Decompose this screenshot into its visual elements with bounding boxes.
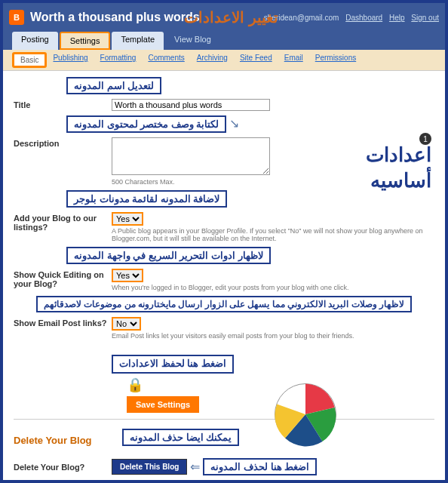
- title-label: Title: [14, 99, 112, 109]
- tab-viewblog[interactable]: View Blog: [165, 32, 220, 50]
- subtab-comments[interactable]: Comments: [142, 52, 190, 68]
- quickedit-hint: When you're logged in to Blogger, edit y…: [112, 284, 434, 291]
- quickedit-select[interactable]: Yes: [112, 269, 143, 282]
- dashboard-link[interactable]: Dashboard: [345, 14, 382, 22]
- subtab-sitefeed[interactable]: Site Feed: [234, 52, 278, 68]
- delete-section-header: Delete Your Blog: [14, 435, 92, 446]
- annotation-delete-button: اضغط هنا لحذف المدونه: [203, 458, 317, 475]
- tab-template[interactable]: Template: [112, 32, 164, 50]
- save-settings-button[interactable]: Save Settings: [127, 396, 199, 413]
- blogger-logo-icon: B: [9, 10, 24, 25]
- sub-tabs: Basic Publishing Formatting Comments Arc…: [3, 50, 445, 71]
- emaillinks-hint: Email Post links let your visitors easil…: [112, 332, 434, 340]
- subtab-email[interactable]: Email: [278, 52, 309, 68]
- overlay-title-arabic: تغيير الاعدادات: [184, 8, 278, 26]
- subtab-basic[interactable]: Basic: [12, 52, 47, 68]
- annotation-emaillinks: لاظهار وصلات البريد الالكتروني مما يسهل …: [36, 296, 412, 312]
- top-bar: B Worth a thousand plus words تغيير الاع…: [3, 3, 445, 32]
- listing-hint: A Public blog appears in your Blogger Pr…: [112, 227, 434, 242]
- tab-settings[interactable]: Settings: [60, 32, 111, 50]
- subtab-archiving[interactable]: Archiving: [191, 52, 234, 68]
- description-label: Description: [14, 137, 112, 148]
- top-links: sheridean@gmail.com Dashboard Help Sign …: [264, 14, 439, 22]
- arrow-icon: ⇐: [190, 460, 200, 474]
- svg-point-1: [286, 391, 305, 405]
- tab-posting[interactable]: Posting: [12, 32, 58, 50]
- listing-select[interactable]: Yes: [112, 212, 143, 226]
- annotation-save: اضغط هنا لحفظ الاعدادات: [112, 355, 234, 374]
- main-tabs: Posting Settings Template View Blog: [3, 32, 445, 50]
- description-textarea[interactable]: [112, 137, 270, 175]
- delete-question-label: Delete Your Blog?: [14, 461, 112, 472]
- quickedit-label: Show Quick Editing on your Blog?: [14, 269, 112, 288]
- arrow-icon: ↘: [229, 117, 239, 130]
- annotation-listing: لاضافة المدونه لقائمة مدونات بلوجر: [66, 190, 227, 208]
- subtab-permissions[interactable]: Permissions: [309, 52, 362, 68]
- subtab-formatting[interactable]: Formatting: [94, 52, 143, 68]
- annotation-delete-section: يمكنك ايضا حذف المدونه: [122, 429, 240, 446]
- emaillinks-label: Show Email Post links?: [14, 317, 112, 328]
- content-area: 1 اعدادات أساسيه لتعديل اسم المدونه Titl…: [3, 71, 445, 483]
- listing-label: Add your Blog to our listings?: [14, 212, 112, 232]
- site-title: Worth a thousand plus words: [30, 11, 200, 24]
- signout-link[interactable]: Sign out: [411, 14, 439, 22]
- title-input[interactable]: [112, 99, 270, 111]
- subtab-publishing[interactable]: Publishing: [47, 52, 94, 68]
- emaillinks-select[interactable]: No: [112, 317, 141, 331]
- annotation-quickedit: لاظهار ادوات التحرير السريع في واجهة الم…: [66, 247, 271, 264]
- annotation-description: لكتابة وصف مختصر لمحتوى المدونه: [66, 115, 226, 133]
- delete-blog-button[interactable]: Delete This Blog: [112, 459, 187, 475]
- side-arabic-heading: اعدادات أساسيه: [366, 143, 431, 194]
- beachball-icon: [272, 380, 339, 448]
- help-link[interactable]: Help: [389, 14, 405, 22]
- annotation-title: لتعديل اسم المدونه: [66, 77, 161, 94]
